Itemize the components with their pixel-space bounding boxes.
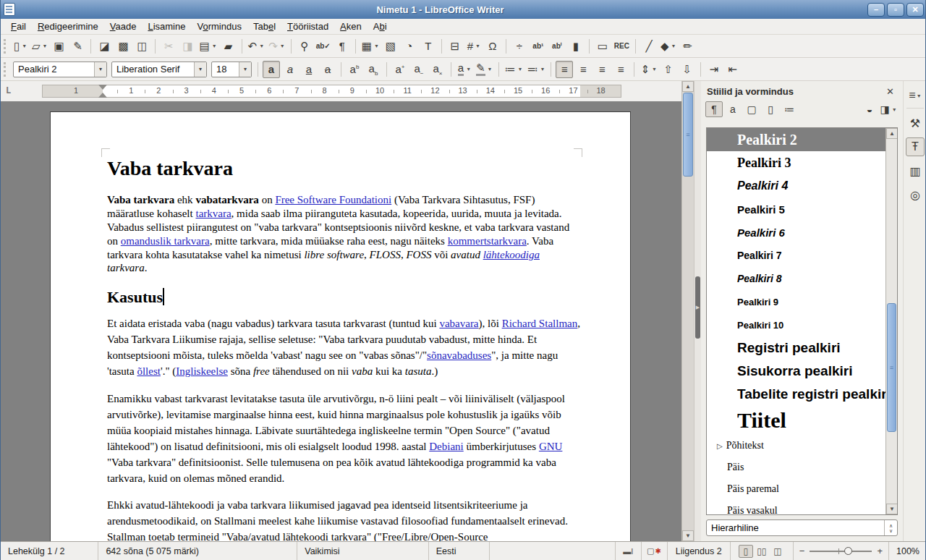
numbered-list-button[interactable]: ≕▼ xyxy=(525,61,546,78)
indent-marker-top[interactable] xyxy=(98,85,107,90)
align-justify-button[interactable]: ≡ xyxy=(612,61,629,78)
chevron-down-icon[interactable]: ▼ xyxy=(466,67,471,72)
insert-line-button[interactable]: ╱ xyxy=(640,38,658,55)
character-styles-button[interactable]: a xyxy=(724,101,742,117)
document-heading-1[interactable]: Vaba tarkvara xyxy=(107,157,581,180)
style-item-pealkiri-4[interactable]: Pealkiri 4 xyxy=(707,174,897,198)
style-item-pealkiri-6[interactable]: Pealkiri 6 xyxy=(707,221,897,244)
sidebar-hide-handle[interactable]: ▶ xyxy=(695,276,700,339)
link-vabavara[interactable]: vabavara xyxy=(439,318,478,329)
insert-page-break-button[interactable]: ⊟ xyxy=(446,38,464,55)
insert-table-button[interactable]: ▦▼ xyxy=(360,38,381,55)
menu-vaade[interactable]: Vaade xyxy=(104,20,143,33)
chevron-down-icon[interactable]: ▼ xyxy=(475,43,480,48)
status-outline-level[interactable]: Liigendus 2 xyxy=(668,542,731,560)
chevron-down-icon[interactable]: ▼ xyxy=(540,67,545,72)
style-item-pealkiri-10[interactable]: Pealkiri 10 xyxy=(707,313,897,336)
style-item-pealkiri-5[interactable]: Pealkiri 5 xyxy=(707,198,897,221)
link-kommertstarkvara[interactable]: kommertstarkvara xyxy=(448,235,527,247)
book-view-button[interactable]: ◫ xyxy=(770,545,785,558)
style-list-scrollbar[interactable]: ▲ ≡ ▼ xyxy=(885,128,897,514)
paragraph-style-combo[interactable]: Pealkiri 2 ▾ xyxy=(13,61,107,77)
font-color-button[interactable]: a▼ xyxy=(456,61,473,78)
scrollbar-thumb[interactable]: ≡ xyxy=(887,303,896,432)
status-zoom-percent[interactable]: 100% xyxy=(889,542,926,560)
decrease-indent-button[interactable]: ⇤ xyxy=(724,61,742,78)
chevron-down-icon[interactable]: ▼ xyxy=(488,67,493,72)
menu-vormindus[interactable]: Vormindus xyxy=(191,20,247,33)
insert-comment-button[interactable]: ▭ xyxy=(594,38,611,55)
zoom-track[interactable] xyxy=(810,551,872,552)
style-item-sisukorra-pealkiri[interactable]: Sisukorra pealkiri xyxy=(707,360,897,383)
link-gnu[interactable]: GNU xyxy=(539,441,563,452)
chevron-down-icon[interactable]: ▼ xyxy=(212,43,217,48)
styles-deck-button[interactable]: Ŧ xyxy=(906,137,925,156)
grow-font-button[interactable]: a+ xyxy=(391,61,409,78)
zoom-out-icon[interactable]: − xyxy=(799,546,805,556)
print-button[interactable]: ▩ xyxy=(114,38,132,55)
scroll-up-arrow[interactable]: ▲ xyxy=(682,81,694,92)
formatting-marks-button[interactable]: ¶ xyxy=(334,38,351,55)
style-item-pealkiri-8[interactable]: Pealkiri 8 xyxy=(707,267,897,290)
chevron-down-icon[interactable]: ▼ xyxy=(43,43,48,48)
line-spacing-button[interactable]: ⇕▼ xyxy=(639,61,658,78)
chevron-down-icon[interactable]: ▾ xyxy=(239,62,251,77)
chevron-down-icon[interactable]: ▼ xyxy=(671,43,676,48)
chevron-down-icon[interactable]: ▼ xyxy=(518,67,523,72)
style-filter-select[interactable]: Hierarhiline ∧∨ xyxy=(706,519,898,536)
basic-shapes-button[interactable]: ◆▼ xyxy=(659,38,677,55)
style-item-tabelite-registri-pealkiri[interactable]: Tabelite registri pealkiri xyxy=(707,383,897,406)
print-preview-button[interactable]: ◫ xyxy=(133,38,150,55)
selection-mode-indicator[interactable]: ▢✱ xyxy=(642,542,668,560)
status-word-count[interactable]: 642 sõna (5 075 märki) xyxy=(98,542,297,560)
scroll-down-arrow[interactable]: ▼ xyxy=(682,530,694,541)
align-left-button[interactable]: ≡ xyxy=(556,61,573,78)
menu-redigeerimine[interactable]: Redigeerimine xyxy=(32,20,104,33)
list-styles-button[interactable]: ≔ xyxy=(781,101,798,117)
strikethrough-button[interactable]: a xyxy=(319,61,336,78)
subscript-button[interactable]: ab xyxy=(365,61,382,78)
page-content[interactable]: Vaba tarkvara Vaba tarkvara ehk vabatark… xyxy=(107,157,581,541)
insert-section-button[interactable]: ÷ xyxy=(511,38,528,55)
status-language[interactable]: Eesti xyxy=(429,542,490,560)
document-paragraph[interactable]: Et aidata eristada vaba (nagu vabadus) t… xyxy=(107,315,581,379)
chevron-down-icon[interactable]: ▼ xyxy=(374,43,379,48)
fill-format-mode-button[interactable]: ◒ xyxy=(861,101,878,117)
single-page-view-button[interactable]: ▯ xyxy=(739,545,753,558)
toolbar-grip[interactable] xyxy=(4,39,7,54)
document-scrollbar[interactable]: ▲ ≡ ▼ xyxy=(681,81,694,541)
edit-file-button[interactable]: ✎ xyxy=(69,38,86,55)
link-ollest[interactable]: õllest xyxy=(137,365,161,377)
toolbar-grip[interactable] xyxy=(4,62,7,77)
link-debiani[interactable]: Debiani xyxy=(429,441,463,452)
superscript-button[interactable]: ab xyxy=(346,61,363,78)
menu-lisamine[interactable]: Lisamine xyxy=(142,20,191,33)
bold-button[interactable]: a xyxy=(263,61,280,78)
menu-tabel[interactable]: Tabel xyxy=(247,20,281,33)
insert-chart-button[interactable]: ◔ xyxy=(401,38,418,55)
ruler-strip[interactable]: 1123456789101112131415161718 xyxy=(42,85,621,98)
zoom-thumb[interactable] xyxy=(844,547,852,555)
link-tarkvara[interactable]: tarkvara xyxy=(195,208,231,219)
align-right-button[interactable]: ≡ xyxy=(593,61,611,78)
style-item-registri-pealkiri[interactable]: Registri pealkiri xyxy=(707,336,897,360)
document-paragraph[interactable]: Vaba tarkvara ehk vabatarkvara on Free S… xyxy=(107,193,581,275)
sidebar-menu-button[interactable]: ≡▼ xyxy=(906,86,925,105)
insert-mode-indicator[interactable]: ▬I xyxy=(616,542,641,560)
status-page-number[interactable]: Lehekülg 1 / 2 xyxy=(1,542,98,560)
insert-endnote-button[interactable]: abⁱ xyxy=(548,38,566,55)
page-styles-button[interactable]: ▯ xyxy=(762,101,779,117)
link-sonavabaduses[interactable]: sõnavabaduses xyxy=(427,349,491,361)
zoom-slider[interactable]: − + xyxy=(794,542,889,560)
insert-textbox-button[interactable]: T xyxy=(420,38,437,55)
copy-button[interactable]: ◨ xyxy=(179,38,196,55)
properties-deck-button[interactable]: ⚒ xyxy=(906,114,925,132)
insert-field-button[interactable]: #▼ xyxy=(465,38,483,55)
sidebar-splitter[interactable]: ▶ xyxy=(694,81,701,541)
indent-marker-bottom[interactable] xyxy=(98,93,107,98)
tab-stop-selector[interactable]: L xyxy=(6,85,11,96)
document-paragraph[interactable]: Ehkki avatud-lähtekoodi ja vaba tarkvara… xyxy=(107,497,581,541)
style-item-pealkiri-2[interactable]: Pealkiri 2 xyxy=(707,128,897,151)
chevron-down-icon[interactable]: ▼ xyxy=(280,43,285,48)
insert-image-button[interactable]: ▧ xyxy=(382,38,399,55)
